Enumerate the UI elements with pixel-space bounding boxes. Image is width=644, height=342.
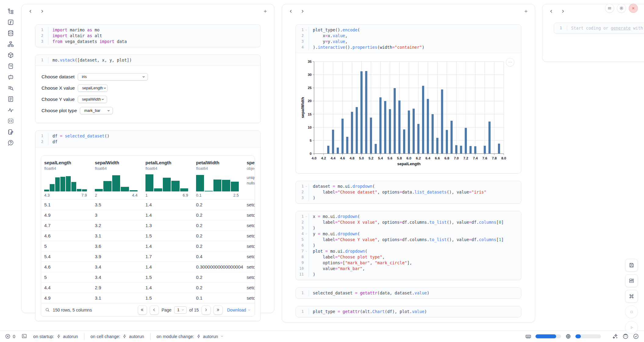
save-button[interactable] (625, 259, 638, 272)
fold-chevron-icon[interactable] (305, 215, 308, 218)
tracing-icon[interactable] (7, 107, 14, 113)
error-count: 0 (13, 334, 15, 339)
table-cell: 1.5 (142, 293, 193, 303)
code-editor-empty[interactable]: 1 Start coding or generate with AI (554, 23, 644, 34)
shutdown-button[interactable] (629, 4, 638, 13)
code-text: label="Choose Y value", options=df.colum… (309, 237, 521, 243)
svg-text:6.6: 6.6 (435, 156, 440, 160)
code-text: x=x.value, (309, 33, 521, 39)
column-1-header (22, 4, 274, 18)
data-table: sepalLengthfloat644.37.9sepalWidthfloat6… (41, 155, 255, 317)
column-back-button[interactable] (547, 7, 555, 15)
column-header-sepalLength[interactable]: sepalLengthfloat644.37.9 (41, 156, 92, 199)
code-line: 8 label="Choose plot type", (296, 254, 521, 260)
ai-chat-icon[interactable] (7, 74, 14, 80)
table-summary: 150 rows, 5 columns (53, 308, 92, 312)
code-editor-imports[interactable]: 1import marimo as mo2import altair as al… (35, 25, 260, 47)
play-icon (629, 325, 635, 330)
column-header-petalLength[interactable]: petalLengthfloat6416.9 (142, 156, 193, 199)
code-line: 1import marimo as mo (35, 27, 260, 33)
run-mode-on-cell-change[interactable]: on cell change:autorun (91, 334, 144, 339)
table-cell: 1.3 (142, 220, 193, 230)
first-page-button[interactable] (138, 305, 147, 315)
search-icon[interactable] (45, 307, 50, 312)
layout-toggle-button[interactable] (625, 274, 638, 287)
code-editor-dataframe[interactable]: 1df = selected_dataset()2df (35, 131, 260, 147)
code-line: 1plot_type().encode( (296, 27, 521, 33)
variables-icon[interactable] (7, 19, 14, 26)
svg-text:35: 35 (308, 60, 312, 63)
chart-actions-button[interactable] (506, 58, 514, 66)
run-mode-value: autorun (63, 334, 78, 339)
outline-icon[interactable] (7, 85, 14, 91)
column-back-button[interactable] (27, 7, 34, 15)
cell-plot-type: 1plot_type = getattr(alt.Chart(df), plot… (295, 306, 521, 317)
datasources-icon[interactable] (7, 30, 14, 37)
table-cell: setosa (244, 293, 255, 303)
generate-with-ai-link[interactable]: generate (611, 26, 631, 30)
code-editor-plot[interactable]: 1plot_type().encode(2 x=x.value,3 y=y.va… (296, 25, 521, 53)
code-editor-vstack[interactable]: 1mo.vstack([dataset, x, y, plot]) (35, 55, 260, 66)
dropdown-choose-plot-type[interactable]: mark_bar (80, 107, 113, 114)
gear-icon (619, 6, 624, 11)
altair-bar-chart[interactable]: 4.04.24.44.64.85.05.25.45.65.86.06.26.46… (300, 58, 507, 168)
column-header-species[interactable]: speciesobjectuniquenulls: (244, 156, 255, 199)
connection-status-icon[interactable] (633, 333, 639, 340)
run-mode-on-startup[interactable]: on startup:autorun (33, 334, 78, 339)
table-cell: 0.2 (193, 283, 244, 293)
column-back-button[interactable] (287, 7, 295, 15)
documentation-icon[interactable] (7, 96, 14, 102)
column-header-petalWidth[interactable]: petalWidthfloat640.12.5 (193, 156, 244, 199)
download-button[interactable]: Download (227, 308, 251, 312)
fold-chevron-icon[interactable] (305, 185, 308, 188)
table-cell: 3.9 (92, 251, 142, 262)
fold-chevron-icon[interactable] (305, 29, 308, 31)
copilot-icon[interactable] (622, 333, 629, 340)
column-forward-button[interactable] (38, 7, 46, 15)
dropdown-choose-dataset[interactable]: iris (78, 73, 148, 80)
next-page-button[interactable] (202, 305, 211, 315)
code-text: y = mo.ui.dropdown( (309, 231, 521, 237)
prev-page-button[interactable] (150, 305, 159, 315)
snippets-icon[interactable] (7, 118, 14, 124)
code-text: y=y.value, (309, 39, 521, 45)
ai-sparkles-icon[interactable] (612, 333, 618, 340)
dropdown-choose-y-value[interactable]: sepalWidth (78, 96, 107, 103)
logs-icon[interactable] (7, 63, 14, 69)
code-editor-plot-type[interactable]: 1plot_type = getattr(alt.Chart(df), plot… (296, 306, 521, 317)
add-cell-button[interactable] (261, 7, 269, 15)
table-cell: setosa (244, 231, 255, 241)
code-editor-selected-dataset[interactable]: 1selected_dataset = getattr(data, datase… (296, 288, 521, 298)
table-row: 4.73.21.30.2setosa (41, 220, 255, 230)
terminal-button[interactable] (21, 333, 27, 340)
add-cell-button[interactable] (522, 7, 530, 15)
code-text: ) (309, 272, 521, 277)
error-counter[interactable]: 0 (5, 333, 15, 339)
fold-chevron-icon[interactable] (305, 250, 308, 253)
packages-icon[interactable] (7, 52, 14, 59)
scratchpad-icon[interactable] (7, 129, 14, 135)
command-palette-button[interactable] (625, 290, 638, 303)
table-cell: 3.1 (92, 231, 142, 241)
run-button[interactable] (625, 321, 638, 334)
file-explorer-icon[interactable] (7, 8, 14, 15)
code-line: 6) (296, 243, 521, 248)
column-forward-button[interactable] (559, 7, 567, 15)
last-page-button[interactable] (213, 305, 223, 315)
fold-chevron-icon[interactable] (305, 233, 308, 235)
page-select[interactable]: 1 (174, 306, 186, 314)
table-row: 4.931.40.2setosa (41, 210, 255, 220)
stop-button[interactable] (625, 305, 638, 318)
code-editor-dataset[interactable]: 1dataset = mo.ui.dropdown(2 label="Choos… (296, 181, 521, 203)
help-icon[interactable] (7, 140, 14, 146)
settings-button[interactable] (617, 4, 626, 13)
column-forward-button[interactable] (299, 7, 306, 15)
run-mode-on-module-change[interactable]: on module change:autorun (157, 334, 224, 339)
dropdown-choose-x-value[interactable]: sepalLength (78, 84, 108, 92)
menu-button[interactable] (605, 4, 614, 13)
code-editor-xyplot[interactable]: 1x = mo.ui.dropdown(2 label="Choose X va… (296, 211, 521, 280)
column-header-sepalWidth[interactable]: sepalWidthfloat6424.4 (92, 156, 142, 199)
histogram-max: 6.9 (183, 193, 188, 198)
layout-icon (628, 278, 635, 284)
dependency-graph-icon[interactable] (7, 41, 14, 48)
